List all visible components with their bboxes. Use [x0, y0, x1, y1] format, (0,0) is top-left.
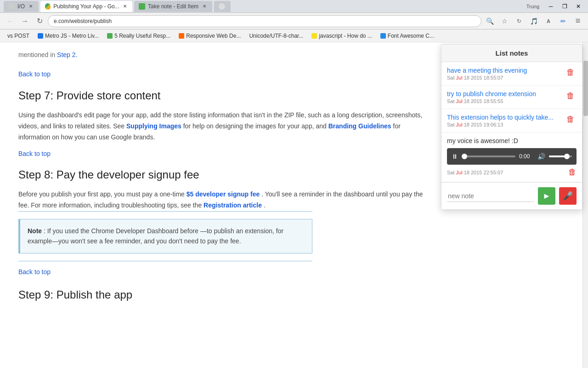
forward-button[interactable]: →: [18, 15, 31, 28]
bookmark-fontawesome-label: Font Awesome C...: [388, 33, 434, 39]
new-note-input[interactable]: [447, 190, 534, 202]
note-box: Note : If you used the Chrome Developer …: [18, 219, 312, 253]
step2-link[interactable]: Step 2.: [57, 51, 77, 58]
note1-content: have a meeting this evening Sat Jul 18 2…: [447, 67, 561, 80]
audio-icon[interactable]: 🎵: [527, 15, 540, 28]
bookmark-responsive-favicon: [179, 33, 184, 39]
audio-note-date: Sat Jul 18 2015 22:55:07 🗑: [447, 167, 577, 177]
tab-close-takenote[interactable]: ✕: [201, 3, 208, 10]
progress-thumb[interactable]: [462, 154, 467, 159]
restore-button[interactable]: ❐: [559, 2, 571, 11]
pen-icon[interactable]: ✏: [557, 15, 570, 28]
bookmark-vspost-label: vs POST: [7, 33, 29, 39]
note1-delete-icon[interactable]: 🗑: [565, 67, 577, 78]
browser-frame: I/O ✕ Publishing Your App - Go... ✕ Take…: [0, 0, 588, 368]
back-to-top-1[interactable]: Back to top: [18, 69, 432, 79]
tab-label-takenote: Take note - Edit Item: [148, 3, 198, 10]
branding-guidelines-link[interactable]: Branding Guidelines: [328, 122, 391, 130]
translate-icon[interactable]: A: [542, 15, 555, 28]
tab-close-publishing[interactable]: ✕: [122, 3, 128, 10]
note1-title: have a meeting this evening: [447, 67, 561, 74]
volume-icon[interactable]: 🔊: [537, 153, 545, 160]
search-icon[interactable]: 🔍: [483, 15, 496, 28]
note3-date: Sat Jul 18 2015 19:06:13: [447, 122, 561, 127]
title-bar: I/O ✕ Publishing Your App - Go... ✕ Take…: [0, 0, 588, 13]
bookmark-vspost[interactable]: vs POST: [4, 31, 33, 41]
tab-favicon-io: [8, 3, 15, 10]
panel-header: List notes: [441, 45, 582, 62]
panel-notes-list: have a meeting this evening Sat Jul 18 2…: [441, 62, 582, 182]
panel-overlay: List notes have a meeting this evening S…: [441, 44, 582, 210]
close-button[interactable]: ✕: [572, 2, 584, 11]
note-item-1[interactable]: have a meeting this evening Sat Jul 18 2…: [441, 62, 582, 86]
step8-heading: Step 8: Pay the developer signup fee: [18, 166, 432, 184]
step9-heading: Step 9: Publish the app: [18, 286, 432, 304]
bookmark-5really[interactable]: 5 Really Useful Resp...: [103, 31, 174, 41]
note1-date: Sat Jul 18 2015 18:55:07: [447, 75, 561, 80]
note3-content: This extension helps to quickly take... …: [447, 114, 561, 127]
scrollbar[interactable]: [582, 42, 588, 368]
note-divider-top: [18, 211, 312, 212]
bookmark-responsive[interactable]: Responsive Web De...: [175, 31, 244, 41]
toolbar-icons: 🔍 ☆ ↻ 🎵 A ✏ ≡: [483, 15, 584, 28]
tab-favicon-takenote: [139, 3, 145, 10]
address-text: e.com/webstore/publish: [54, 18, 112, 24]
volume-fill: [549, 155, 565, 157]
bookmark-5really-favicon: [107, 33, 113, 39]
progress-bar[interactable]: [462, 155, 515, 157]
supplying-images-link[interactable]: Supplying Images: [126, 122, 181, 130]
back-to-top-3[interactable]: Back to top: [18, 267, 432, 277]
tab-empty[interactable]: [214, 1, 231, 12]
tab-close-io[interactable]: ✕: [28, 3, 34, 10]
step8-body: Before you publish your first app, you m…: [18, 189, 432, 211]
audio-note-title: my voice is awesome! :D: [447, 137, 577, 144]
scrollbar-thumb[interactable]: [583, 61, 588, 116]
menu-icon[interactable]: ≡: [571, 15, 584, 28]
audio-player: ⏸ 0:00 🔊: [447, 148, 577, 165]
note2-title: try to publish chrome extension: [447, 90, 561, 98]
minimize-button[interactable]: ─: [545, 2, 557, 11]
refresh-icon[interactable]: ↻: [513, 15, 526, 28]
bookmark-metrojs-favicon: [38, 33, 43, 39]
audio-note-delete-icon[interactable]: 🗑: [568, 167, 577, 177]
tab-takenote[interactable]: Take note - Edit Item ✕: [134, 1, 212, 12]
refresh-button[interactable]: ↻: [33, 15, 46, 28]
volume-bar[interactable]: [549, 155, 572, 157]
note-body-text: : If you used the Chrome Developer Dashb…: [28, 227, 283, 245]
tab-io[interactable]: I/O ✕: [4, 1, 39, 12]
step-intro: mentioned in Step 2.: [18, 42, 432, 63]
note-item-3[interactable]: This extension helps to quickly take... …: [441, 109, 582, 132]
note3-delete-icon[interactable]: 🗑: [565, 114, 577, 125]
step7-heading: Step 7: Provide store content: [18, 87, 432, 104]
bookmark-metrojs-label: Metro JS - Metro Liv...: [45, 33, 99, 39]
registration-link[interactable]: Registration article: [204, 201, 262, 209]
note-label: Note: [28, 227, 42, 235]
bookmark-javascript[interactable]: javascript - How do ...: [308, 31, 375, 41]
step7-body: Using the dashboard's edit page for your…: [18, 110, 432, 143]
note2-content: try to publish chrome extension Sat Jul …: [447, 90, 561, 104]
main-area: mentioned in Step 2. Back to top Step 7:…: [0, 42, 588, 368]
address-bar[interactable]: e.com/webstore/publish: [48, 15, 481, 27]
bookmark-js-favicon: [311, 33, 317, 39]
back-button[interactable]: ←: [4, 15, 17, 28]
mic-note-button[interactable]: 🎤: [559, 187, 577, 205]
bookmark-responsive-label: Responsive Web De...: [186, 33, 241, 39]
bookmark-metrojs[interactable]: Metro JS - Metro Liv...: [34, 31, 102, 41]
pause-button[interactable]: ⏸: [452, 153, 458, 160]
bookmark-javascript-label: javascript - How do ...: [319, 33, 372, 39]
window-controls: Trung ─ ❐ ✕: [526, 2, 584, 11]
tab-favicon-publishing: [45, 3, 51, 10]
bookmark-fontawesome[interactable]: Font Awesome C...: [377, 31, 438, 41]
signup-fee-link[interactable]: $5 developer signup fee: [187, 190, 260, 198]
tab-favicon-empty: [219, 3, 225, 10]
back-to-top-2[interactable]: Back to top: [18, 149, 432, 159]
note2-delete-icon[interactable]: 🗑: [565, 90, 577, 102]
bookmark-unicode[interactable]: Unicode/UTF-8-char...: [245, 31, 307, 41]
star-icon[interactable]: ☆: [498, 15, 511, 28]
note-item-2[interactable]: try to publish chrome extension Sat Jul …: [441, 86, 582, 109]
send-note-button[interactable]: ►: [538, 187, 555, 205]
volume-thumb[interactable]: [564, 154, 570, 159]
tab-publishing[interactable]: Publishing Your App - Go... ✕: [40, 1, 132, 12]
tab-label-publishing: Publishing Your App - Go...: [53, 3, 119, 10]
bookmark-5really-label: 5 Really Useful Resp...: [114, 33, 170, 39]
